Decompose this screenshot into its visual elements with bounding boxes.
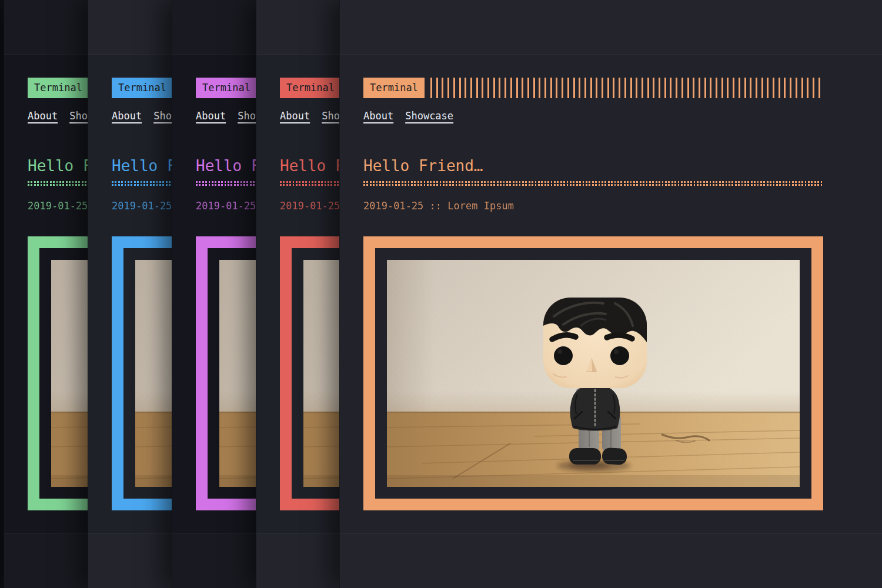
header-stripes-decoration (430, 78, 823, 98)
nav-link-about[interactable]: About (280, 109, 310, 122)
title-dotted-divider (363, 181, 823, 186)
page-content: Terminal About Showcase Hello Friend… 20… (340, 54, 882, 534)
nav-link-about[interactable]: About (28, 109, 58, 122)
site-nav: About Showcase (363, 109, 453, 122)
site-logo-badge[interactable]: Terminal (280, 78, 341, 98)
theme-panel-orange: Terminal About Showcase Hello Friend… 20… (339, 0, 882, 588)
nav-link-about[interactable]: About (196, 109, 226, 122)
post-image-frame (363, 236, 823, 510)
site-logo-badge[interactable]: Terminal (112, 78, 173, 98)
nav-link-showcase[interactable]: Showcase (405, 109, 453, 122)
nav-link-about[interactable]: About (112, 109, 142, 122)
funko-figure-photo (387, 260, 800, 487)
site-header: Terminal (363, 78, 823, 98)
post-date-meta: 2019-01-25 :: Lorem Ipsum (363, 199, 514, 212)
site-logo-badge[interactable]: Terminal (28, 78, 89, 98)
site-logo-badge[interactable]: Terminal (196, 78, 257, 98)
site-logo-badge[interactable]: Terminal (363, 78, 425, 98)
nav-link-about[interactable]: About (363, 109, 393, 122)
post-title: Hello Friend… (363, 156, 483, 176)
